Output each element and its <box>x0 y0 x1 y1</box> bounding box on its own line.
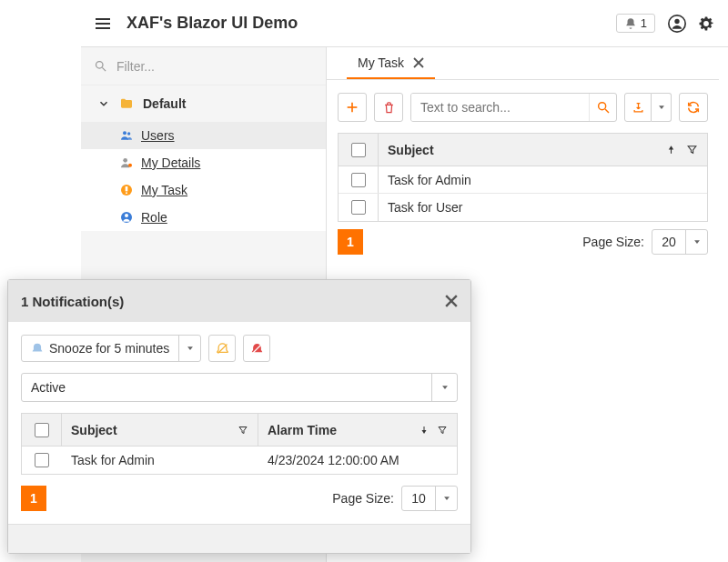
col-header-subject[interactable]: Subject <box>379 134 656 166</box>
col-header-alarm[interactable]: Alarm Time <box>258 414 457 446</box>
tabs-row: My Task <box>327 47 719 80</box>
person-icon <box>119 156 134 170</box>
caret-down-icon[interactable] <box>435 487 457 510</box>
search-icon <box>94 59 107 73</box>
filter-icon[interactable] <box>238 425 248 436</box>
dgrid-row[interactable]: Task for Admin 4/23/2024 12:00:00 AM <box>22 447 457 474</box>
svg-marker-30 <box>442 386 448 389</box>
search-button[interactable] <box>589 94 616 121</box>
filter-icon[interactable] <box>437 425 448 436</box>
dismiss-button[interactable] <box>208 335 236 362</box>
select-all-checkbox[interactable] <box>351 143 366 157</box>
hamburger-icon[interactable] <box>94 15 112 33</box>
grid-row[interactable]: Task for Admin <box>339 166 707 194</box>
svg-point-13 <box>126 192 127 194</box>
filter-select[interactable]: Active <box>21 373 458 402</box>
tab-label: My Task <box>358 55 404 70</box>
dialog-pager: 1 Page Size: 10 <box>21 486 458 511</box>
svg-point-7 <box>123 131 126 135</box>
svg-point-10 <box>128 164 132 167</box>
svg-point-8 <box>127 132 130 135</box>
dialog-title: 1 Notification(s) <box>21 294 124 309</box>
top-bar: XAF's Blazor UI Demo 1 <box>81 0 728 47</box>
page-current[interactable]: 1 <box>338 229 363 255</box>
svg-marker-27 <box>187 346 193 350</box>
export-button[interactable] <box>624 93 652 122</box>
row-checkbox[interactable] <box>351 200 366 215</box>
svg-marker-22 <box>659 105 664 109</box>
filter-icon[interactable] <box>686 144 698 156</box>
cell-subject: Task for Admin <box>62 453 258 467</box>
svg-point-5 <box>96 62 104 69</box>
sidebar-item-label: My Task <box>141 183 187 197</box>
role-icon <box>119 210 134 225</box>
snooze-icon <box>31 342 44 355</box>
page-size-label: Page Size: <box>582 235 644 249</box>
new-button[interactable] <box>338 93 367 122</box>
folder-icon <box>119 96 134 111</box>
filter-value: Active <box>22 374 431 401</box>
search-input[interactable] <box>411 94 589 121</box>
refresh-button[interactable] <box>679 93 708 122</box>
sidebar-item-role[interactable]: Role <box>81 204 326 231</box>
notifications-dialog: 1 Notification(s) Snooze for 5 minutes A… <box>7 279 471 554</box>
dgrid-header: Subject Alarm Time <box>22 414 457 447</box>
cell-alarm: 4/23/2024 12:00:00 AM <box>258 453 457 467</box>
task-icon <box>119 183 134 197</box>
caret-down-icon[interactable] <box>431 374 457 401</box>
nav-filter-placeholder: Filter... <box>116 59 155 74</box>
sort-desc-icon[interactable] <box>419 425 430 436</box>
sidebar-item-users[interactable]: Users <box>81 122 326 149</box>
page-size-select[interactable]: 20 <box>652 229 708 255</box>
snooze-label: Snooze for 5 minutes <box>49 341 169 356</box>
caret-down-icon[interactable] <box>178 336 200 361</box>
svg-rect-31 <box>424 427 425 431</box>
col-header-subject[interactable]: Subject <box>62 414 258 446</box>
dismiss-all-button[interactable] <box>243 335 270 362</box>
notification-button[interactable]: 1 <box>616 14 655 33</box>
row-checkbox[interactable] <box>35 453 49 467</box>
svg-point-4 <box>674 18 679 23</box>
chevron-down-icon <box>97 97 110 110</box>
export-dropdown[interactable] <box>652 93 672 122</box>
nav-filter-input[interactable]: Filter... <box>81 47 326 85</box>
svg-point-20 <box>598 103 605 110</box>
svg-line-6 <box>102 67 106 71</box>
select-all-checkbox[interactable] <box>35 423 49 437</box>
search-wrap <box>410 93 617 122</box>
svg-line-21 <box>605 109 609 113</box>
svg-marker-24 <box>694 240 700 244</box>
page-size-select[interactable]: 10 <box>401 486 458 511</box>
close-icon[interactable] <box>413 57 424 68</box>
tab-my-task[interactable]: My Task <box>347 48 435 79</box>
sidebar-item-my-details[interactable]: My Details <box>81 149 326 176</box>
cell-subject: Task for Admin <box>379 166 707 193</box>
close-icon[interactable] <box>445 295 458 307</box>
nav-group-default[interactable]: Default <box>81 85 326 122</box>
sidebar-item-label: Role <box>141 210 167 225</box>
task-grid: Subject Task for Admin Task for User <box>338 133 708 222</box>
bell-icon <box>624 17 637 30</box>
caret-down-icon[interactable] <box>685 230 707 254</box>
snooze-button[interactable]: Snooze for 5 minutes <box>21 335 201 362</box>
nav-group-label: Default <box>143 96 186 111</box>
svg-point-9 <box>123 158 127 163</box>
cell-subject: Task for User <box>379 194 707 221</box>
user-icon[interactable] <box>668 15 686 33</box>
sort-asc-icon[interactable] <box>665 144 677 156</box>
page-size-label: Page Size: <box>332 491 394 506</box>
notification-count: 1 <box>641 16 647 30</box>
sidebar-item-my-task[interactable]: My Task <box>81 176 326 204</box>
page-size-value: 10 <box>402 487 435 510</box>
export-button-group <box>624 93 672 122</box>
grid-row[interactable]: Task for User <box>339 194 707 221</box>
sidebar-item-label: My Details <box>141 156 200 170</box>
dialog-header: 1 Notification(s) <box>8 280 470 322</box>
page-current[interactable]: 1 <box>21 486 46 511</box>
svg-rect-23 <box>671 149 672 154</box>
row-checkbox[interactable] <box>351 173 366 187</box>
app-title: XAF's Blazor UI Demo <box>126 14 298 33</box>
delete-button[interactable] <box>374 93 403 122</box>
gear-icon[interactable] <box>697 15 715 33</box>
pager: 1 Page Size: 20 <box>327 222 719 255</box>
